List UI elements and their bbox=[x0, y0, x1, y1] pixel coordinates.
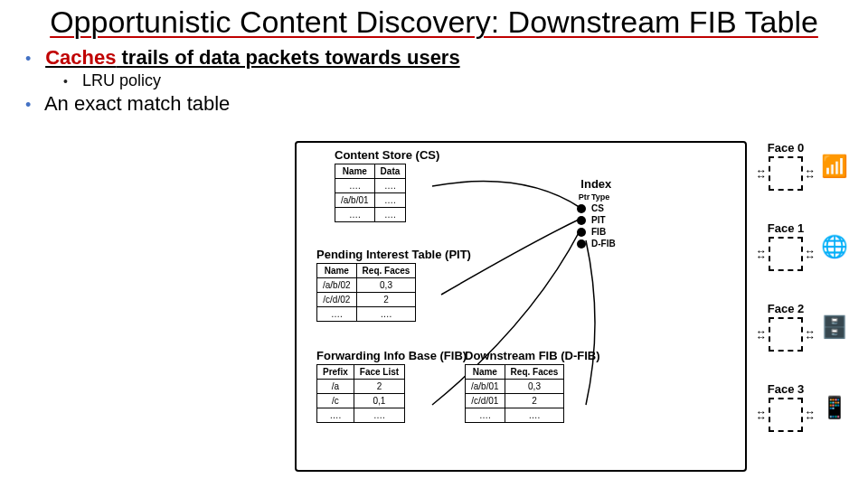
dot-icon bbox=[577, 204, 586, 213]
index-item: PIT bbox=[577, 215, 616, 225]
faces-panel: Face 0 ↔↔ ↔↔ 📶 Face 1 ↔↔ ↔↔ 🌐 Face 2 ↔↔ bbox=[754, 141, 854, 472]
face-box bbox=[769, 237, 803, 271]
dot-icon bbox=[577, 216, 586, 225]
arrow-icon: ↔↔ bbox=[805, 329, 816, 340]
arrow-icon: ↔↔ bbox=[756, 249, 767, 259]
router-icon: 📶 bbox=[821, 154, 848, 179]
face-box bbox=[769, 156, 803, 191]
dot-icon bbox=[577, 239, 586, 249]
dfib-table: NameReq. Faces /a/b/010,3 /c/d/012 ….…. bbox=[465, 364, 564, 423]
fib-title: Forwarding Info Base (FIB) bbox=[316, 349, 467, 362]
arrow-icon: ↔↔ bbox=[805, 409, 816, 420]
face-box bbox=[769, 398, 803, 432]
face-1: Face 1 ↔↔ ↔↔ 🌐 bbox=[754, 221, 854, 271]
index-item: D-FIB bbox=[577, 239, 616, 249]
cs-title: Content Store (CS) bbox=[335, 148, 439, 162]
index-item: FIB bbox=[577, 227, 616, 237]
bullet-2: • An exact match table bbox=[25, 92, 868, 116]
content-store: Content Store (CS) NameData ….…. /a/b/01… bbox=[335, 148, 439, 222]
index-block: Index PtrType CS PIT FIB D-FIB bbox=[577, 177, 616, 250]
face-label: Face 2 bbox=[768, 302, 804, 315]
arrow-icon: ↔↔ bbox=[756, 409, 767, 420]
diagram-container: Content Store (CS) NameData ….…. /a/b/01… bbox=[295, 141, 747, 472]
fib-table: PrefixFace List /a2 /c0,1 ….…. bbox=[316, 364, 405, 423]
network-icon: 🌐 bbox=[821, 234, 848, 259]
face-label: Face 1 bbox=[768, 221, 804, 235]
face-label: Face 0 bbox=[768, 141, 804, 155]
face-box bbox=[769, 317, 803, 352]
bullet-list: • Caches trails of data packets towards … bbox=[25, 46, 868, 116]
bullet-icon: • bbox=[25, 50, 40, 69]
bullet-icon: • bbox=[63, 74, 78, 89]
bullet-1: • Caches trails of data packets towards … bbox=[25, 46, 868, 70]
dfib-title: Downstream FIB (D-FIB) bbox=[465, 349, 600, 362]
bullet-icon: • bbox=[25, 96, 40, 115]
arrow-icon: ↔↔ bbox=[756, 168, 767, 179]
bullet-1-sub: • LRU policy bbox=[63, 71, 868, 90]
face-3: Face 3 ↔↔ ↔↔ 📱 bbox=[754, 382, 854, 432]
server-icon: 🗄️ bbox=[821, 314, 848, 340]
face-2: Face 2 ↔↔ ↔↔ 🗄️ bbox=[754, 302, 854, 352]
cs-table: NameData ….…. /a/b/01…. ….…. bbox=[335, 164, 406, 222]
phone-icon: 📱 bbox=[821, 395, 848, 420]
slide-title: Opportunistic Content Discovery: Downstr… bbox=[0, 5, 868, 39]
pending-interest-table: Pending Interest Table (PIT) NameReq. Fa… bbox=[316, 248, 471, 322]
pit-table: NameReq. Faces /a/b/020,3 /c/d/022 ….…. bbox=[316, 263, 416, 322]
face-0: Face 0 ↔↔ ↔↔ 📶 bbox=[754, 141, 854, 191]
downstream-fib: Downstream FIB (D-FIB) NameReq. Faces /a… bbox=[465, 349, 600, 423]
arrow-icon: ↔↔ bbox=[805, 249, 816, 259]
index-item: CS bbox=[577, 203, 616, 213]
dot-icon bbox=[577, 228, 586, 237]
forwarding-info-base: Forwarding Info Base (FIB) PrefixFace Li… bbox=[316, 349, 467, 423]
face-label: Face 3 bbox=[768, 382, 804, 396]
arrow-icon: ↔↔ bbox=[756, 329, 767, 340]
index-title: Index bbox=[577, 177, 616, 191]
arrow-icon: ↔↔ bbox=[805, 168, 816, 179]
pit-title: Pending Interest Table (PIT) bbox=[316, 248, 471, 261]
